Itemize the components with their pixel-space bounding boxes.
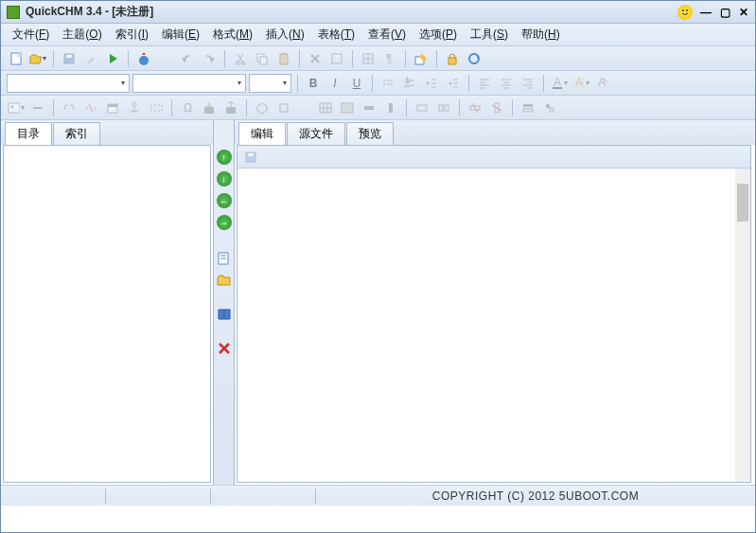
cell-props-button[interactable] bbox=[540, 98, 559, 117]
menu-帮助[interactable]: 帮助(H) bbox=[516, 25, 566, 44]
new-button[interactable] bbox=[7, 49, 26, 68]
svg-rect-13 bbox=[332, 54, 342, 63]
align-center-button[interactable] bbox=[497, 74, 516, 93]
delete-button[interactable] bbox=[306, 49, 325, 68]
grid-button[interactable] bbox=[359, 49, 378, 68]
svg-rect-79 bbox=[550, 108, 554, 112]
menu-索引[interactable]: 索引(I) bbox=[110, 25, 154, 44]
tab-source[interactable]: 源文件 bbox=[287, 122, 345, 145]
italic-button[interactable]: I bbox=[325, 74, 344, 93]
table-insert-button[interactable] bbox=[316, 98, 335, 117]
menu-编辑[interactable]: 编辑(E) bbox=[156, 25, 205, 44]
toc-tree[interactable] bbox=[3, 145, 211, 483]
object-button[interactable] bbox=[253, 98, 272, 117]
unlink-button[interactable] bbox=[81, 98, 100, 117]
menu-格式[interactable]: 格式(M) bbox=[207, 25, 258, 44]
image-button[interactable]: ▾ bbox=[7, 98, 26, 117]
editor-area[interactable] bbox=[237, 145, 751, 483]
link-button[interactable] bbox=[60, 98, 79, 117]
merge-button[interactable] bbox=[413, 98, 431, 117]
font-style-combo[interactable]: ▾ bbox=[132, 74, 246, 93]
paste-button[interactable] bbox=[274, 49, 293, 68]
anchor-button[interactable] bbox=[125, 98, 144, 117]
date-button[interactable] bbox=[103, 98, 122, 117]
del-col-button[interactable] bbox=[487, 98, 506, 117]
minimize-button[interactable]: — bbox=[700, 7, 712, 18]
save-button[interactable] bbox=[60, 49, 79, 68]
move-down-button[interactable]: ↓ bbox=[216, 170, 233, 187]
menu-选项[interactable]: 选项(P) bbox=[413, 25, 463, 44]
editor-save-button[interactable] bbox=[241, 148, 260, 167]
refresh-button[interactable] bbox=[465, 49, 483, 68]
run-button[interactable] bbox=[103, 49, 122, 68]
tab-index[interactable]: 索引 bbox=[53, 122, 100, 145]
new-topic-button[interactable] bbox=[216, 250, 233, 267]
maximize-button[interactable]: ▢ bbox=[719, 7, 730, 18]
menu-表格[interactable]: 表格(T) bbox=[312, 25, 360, 44]
indent-button[interactable] bbox=[444, 74, 463, 93]
svg-rect-5 bbox=[66, 55, 72, 58]
import-button[interactable] bbox=[200, 98, 219, 117]
row-props-button[interactable] bbox=[519, 98, 537, 117]
delete-node-button[interactable] bbox=[216, 340, 233, 357]
table-props-button[interactable] bbox=[338, 98, 357, 117]
wizard-button[interactable] bbox=[81, 49, 100, 68]
cut-button[interactable] bbox=[231, 49, 250, 68]
svg-rect-3 bbox=[17, 53, 21, 57]
font-color-button[interactable]: A▾ bbox=[550, 74, 569, 93]
vertical-scrollbar[interactable] bbox=[735, 169, 750, 482]
font-size-combo[interactable]: ▾ bbox=[249, 74, 291, 93]
tab-preview[interactable]: 预览 bbox=[346, 122, 394, 145]
hr-button[interactable] bbox=[28, 98, 47, 117]
svg-rect-76 bbox=[523, 104, 533, 107]
marquee-button[interactable] bbox=[147, 98, 166, 117]
clear-format-button[interactable]: A bbox=[593, 74, 612, 93]
separator bbox=[210, 489, 211, 504]
move-up-button[interactable]: ↑ bbox=[216, 149, 233, 166]
tab-toc[interactable]: 目录 bbox=[5, 122, 52, 145]
separator bbox=[459, 99, 460, 116]
list-bullet-button[interactable] bbox=[378, 74, 397, 93]
symbol-button[interactable]: Ω bbox=[178, 98, 197, 117]
edit-pen-button[interactable] bbox=[412, 49, 431, 68]
bold-button[interactable]: B bbox=[304, 74, 323, 93]
titlebar: QuickCHM 3.4 - [未注册] — ▢ ✕ bbox=[1, 1, 755, 24]
lock-button[interactable] bbox=[443, 49, 462, 68]
menu-插入[interactable]: 插入(N) bbox=[260, 25, 310, 44]
del-row-button[interactable] bbox=[466, 98, 484, 117]
menu-文件[interactable]: 文件(F) bbox=[7, 25, 55, 44]
svg-text:¶: ¶ bbox=[386, 52, 392, 65]
underline-button[interactable]: U bbox=[347, 74, 366, 93]
close-button[interactable]: ✕ bbox=[738, 7, 749, 18]
new-folder-button[interactable] bbox=[216, 272, 233, 289]
globe-button[interactable] bbox=[134, 49, 153, 68]
split-button[interactable] bbox=[434, 98, 453, 117]
move-right-button[interactable]: → bbox=[216, 214, 233, 231]
tab-edit[interactable]: 编辑 bbox=[238, 122, 286, 145]
insert-row-button[interactable] bbox=[360, 98, 378, 117]
redo-button[interactable] bbox=[200, 49, 219, 68]
outdent-button[interactable] bbox=[422, 74, 441, 93]
copy-button[interactable] bbox=[253, 49, 272, 68]
find-button[interactable] bbox=[327, 49, 346, 68]
open-button[interactable]: ▾ bbox=[28, 49, 47, 68]
move-left-button[interactable]: ← bbox=[216, 192, 233, 209]
book-button[interactable] bbox=[216, 306, 233, 323]
align-left-button[interactable] bbox=[475, 74, 494, 93]
side-tools: ↑ ↓ ← → bbox=[214, 120, 235, 485]
highlight-button[interactable]: A▾ bbox=[571, 74, 590, 93]
menu-主题[interactable]: 主题(O) bbox=[57, 25, 107, 44]
font-name-combo[interactable]: ▾ bbox=[7, 74, 130, 93]
insert-col-button[interactable] bbox=[381, 98, 400, 117]
list-number-button[interactable]: 12 bbox=[400, 74, 419, 93]
export-button[interactable] bbox=[221, 98, 240, 117]
box-button[interactable] bbox=[274, 98, 293, 117]
pilcrow-button[interactable]: ¶ bbox=[380, 49, 399, 68]
align-right-button[interactable] bbox=[519, 74, 537, 93]
separator bbox=[224, 50, 225, 67]
menu-查看[interactable]: 查看(V) bbox=[362, 25, 412, 44]
menu-工具[interactable]: 工具(S) bbox=[465, 25, 514, 44]
undo-button[interactable] bbox=[178, 49, 197, 68]
svg-rect-72 bbox=[439, 105, 443, 111]
smiley-icon[interactable] bbox=[677, 5, 693, 20]
